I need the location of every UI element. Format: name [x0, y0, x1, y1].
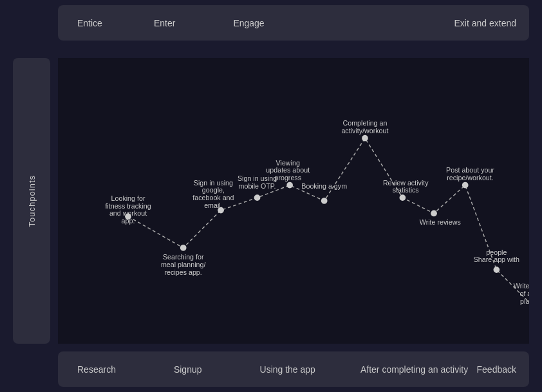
top-bar-engage: Engage	[233, 18, 264, 28]
svg-point-26	[400, 194, 406, 201]
svg-text:activity/workout: activity/workout	[341, 127, 388, 135]
svg-text:app.: app.	[122, 217, 135, 225]
svg-text:of app on: of app on	[519, 290, 529, 297]
svg-text:Searching for: Searching for	[163, 254, 204, 261]
svg-text:Sign in using: Sign in using	[194, 179, 233, 187]
svg-text:Completing an: Completing an	[343, 119, 388, 127]
bottom-bar-after: After completing an activity	[360, 364, 468, 375]
svg-text:Post about your: Post about your	[446, 166, 494, 174]
svg-text:facebook and: facebook and	[192, 194, 234, 201]
top-bar-enter: Enter	[154, 18, 175, 28]
svg-text:email.: email.	[204, 201, 223, 209]
svg-point-31	[462, 182, 469, 189]
sidebar-label: Touchpoints	[27, 175, 37, 227]
svg-text:Share app with: Share app with	[474, 256, 519, 263]
svg-point-21	[321, 198, 328, 204]
svg-text:Booking a gym: Booking a gym	[301, 182, 347, 190]
bottom-bar-feedback: Feedback	[477, 364, 516, 375]
svg-point-17	[286, 182, 293, 189]
svg-text:Write reviews: Write reviews	[514, 282, 529, 290]
svg-text:Review activity: Review activity	[383, 179, 429, 187]
svg-text:statistics: statistics	[393, 186, 419, 194]
journey-map-chart: Looking for fitness tracking and workout…	[58, 58, 529, 344]
svg-text:recipe/workout.: recipe/workout.	[447, 174, 493, 182]
svg-text:google,: google,	[202, 186, 225, 194]
svg-point-23	[362, 135, 368, 142]
bottom-bar-signup: Signup	[174, 364, 202, 375]
svg-text:fitness tracking: fitness tracking	[105, 202, 151, 210]
bottom-navigation-bar: Research Signup Using the app After comp…	[58, 351, 529, 387]
touchpoints-sidebar: Touchpoints	[13, 58, 50, 344]
svg-text:mobile OTP.: mobile OTP.	[239, 182, 276, 190]
svg-text:Sign in using: Sign in using	[238, 174, 277, 182]
top-bar-exit: Exit and extend	[454, 18, 516, 28]
svg-text:progress: progress	[274, 174, 301, 182]
svg-text:people: people	[486, 248, 507, 256]
svg-text:Looking for: Looking for	[111, 194, 145, 202]
svg-text:recipes app.: recipes app.	[165, 268, 202, 276]
svg-point-14	[254, 194, 261, 201]
top-navigation-bar: Entice Enter Engage Exit and extend	[58, 5, 529, 41]
svg-text:and workout: and workout	[109, 209, 147, 217]
bottom-bar-using: Using the app	[260, 364, 315, 375]
svg-text:Viewing: Viewing	[276, 159, 300, 167]
svg-point-34	[494, 266, 500, 273]
svg-point-5	[180, 245, 187, 251]
top-bar-entice: Entice	[77, 18, 102, 28]
svg-point-29	[431, 210, 437, 217]
bottom-bar-research: Research	[77, 364, 116, 375]
svg-text:playstore: playstore	[520, 297, 529, 305]
svg-text:Write reviews: Write reviews	[420, 218, 461, 226]
svg-text:meal planning/: meal planning/	[161, 261, 206, 268]
svg-text:updates about: updates about	[266, 166, 310, 174]
